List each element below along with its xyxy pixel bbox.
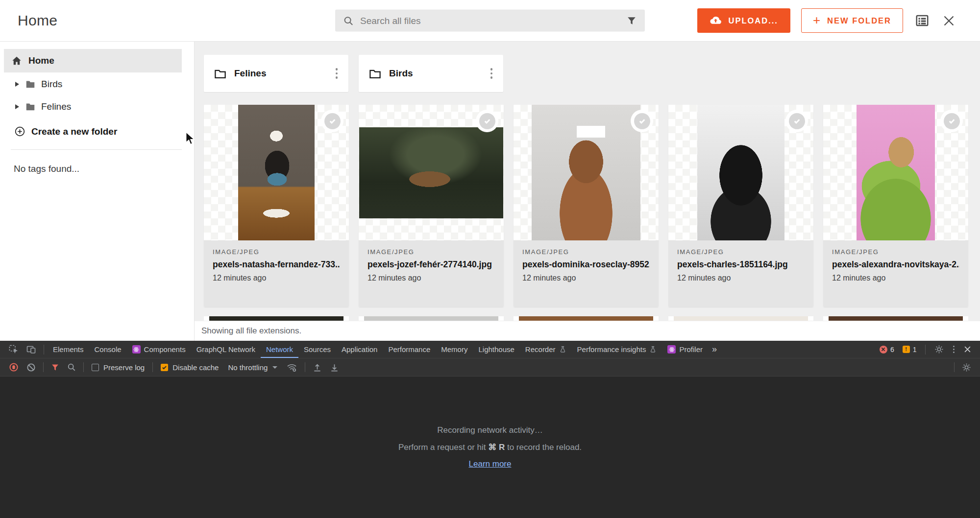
file-card-partial[interactable] [514, 316, 659, 321]
folder-card-felines[interactable]: Felines [204, 55, 348, 92]
network-search-icon[interactable] [63, 363, 80, 372]
select-checkbox[interactable] [940, 110, 963, 132]
folder-card-birds[interactable]: Birds [359, 55, 503, 92]
tab-performance[interactable]: Performance [383, 341, 436, 358]
folder-icon [25, 101, 36, 112]
file-thumbnail [514, 105, 659, 240]
file-card-partial[interactable] [204, 316, 349, 321]
tab-memory[interactable]: Memory [436, 341, 473, 358]
record-stop-icon[interactable] [5, 362, 23, 372]
disable-cache-checkbox[interactable]: Disable cache [156, 363, 223, 372]
caret-right-icon[interactable] [15, 104, 19, 109]
close-button[interactable] [941, 13, 956, 28]
search-input[interactable] [360, 15, 626, 26]
select-checkbox[interactable] [785, 110, 808, 132]
file-type: IMAGE/JPEG [213, 248, 340, 256]
top-bar: Home UPLOAD... + NEW FOLDER [0, 0, 980, 42]
select-checkbox[interactable] [631, 110, 653, 132]
file-card-partial[interactable] [359, 316, 504, 321]
inspect-element-icon[interactable] [5, 345, 23, 354]
divider [925, 345, 926, 354]
kebab-menu-icon[interactable] [488, 65, 496, 82]
react-icon [667, 345, 676, 353]
file-type: IMAGE/JPEG [832, 248, 959, 256]
tab-application[interactable]: Application [336, 341, 383, 358]
kebab-menu-icon[interactable] [333, 65, 341, 82]
file-time: 12 minutes ago [522, 274, 650, 283]
list-view-button[interactable] [914, 12, 931, 29]
network-filter-icon[interactable] [47, 363, 63, 372]
file-name: pexels-charles-1851164.jpg [677, 259, 805, 270]
check-icon [947, 117, 956, 126]
file-card[interactable]: IMAGE/JPEG pexels-dominika-roseclay-8952… [514, 105, 659, 307]
sidebar: Home Birds Felines Create a new folder N… [0, 42, 195, 341]
sidebar-item-felines[interactable]: Felines [0, 95, 194, 118]
clear-network-log-icon[interactable] [23, 363, 40, 372]
file-card-partial[interactable] [668, 316, 813, 321]
footer-text: Showing all file extensions. [201, 326, 301, 336]
tab-sources[interactable]: Sources [298, 341, 336, 358]
select-checkbox[interactable] [476, 110, 498, 132]
warning-badge[interactable]: ! 1 [899, 346, 920, 353]
file-time: 12 minutes ago [677, 274, 805, 283]
check-icon [637, 117, 647, 126]
tab-recorder[interactable]: Recorder [520, 341, 572, 358]
file-name: pexels-alexandra-novitskaya-2... [832, 259, 959, 270]
upload-cloud-icon [710, 15, 722, 27]
filter-icon[interactable] [626, 15, 637, 26]
tab-performance-insights[interactable]: Performance insights [572, 341, 662, 358]
caret-right-icon[interactable] [15, 82, 19, 87]
select-checkbox[interactable] [321, 110, 343, 132]
new-folder-button[interactable]: + NEW FOLDER [801, 8, 903, 33]
photo-dog-swimming [359, 127, 503, 218]
devtools-menu-icon[interactable] [949, 344, 959, 355]
sidebar-item-birds[interactable]: Birds [0, 73, 194, 95]
file-time: 12 minutes ago [368, 274, 495, 283]
home-icon [11, 55, 22, 66]
import-har-icon[interactable] [309, 363, 326, 372]
plus-icon: + [813, 14, 821, 26]
file-card[interactable]: IMAGE/JPEG pexels-alexandra-novitskaya-2… [823, 105, 968, 307]
search-bar[interactable] [335, 10, 645, 32]
device-toolbar-icon[interactable] [23, 345, 40, 354]
devtools-settings-gear-icon[interactable] [931, 345, 948, 354]
close-icon [942, 14, 956, 27]
create-new-folder-button[interactable]: Create a new folder [0, 126, 194, 137]
no-tags-text: No tags found... [14, 164, 194, 174]
search-icon [343, 15, 354, 26]
export-har-icon[interactable] [326, 363, 343, 372]
file-card[interactable]: IMAGE/JPEG pexels-charles-1851164.jpg 12… [668, 105, 813, 307]
network-conditions-icon[interactable] [282, 362, 301, 373]
sidebar-item-home[interactable]: Home [4, 49, 182, 72]
file-thumbnail [359, 105, 504, 240]
recording-hint-text: Perform a request or hit ⌘ R to record t… [398, 442, 582, 452]
file-thumbnail [823, 105, 968, 240]
tab-components[interactable]: Components [127, 341, 191, 358]
network-settings-gear-icon[interactable] [958, 363, 975, 372]
media-library: Felines Birds IMAGE/JPEG [195, 42, 980, 341]
file-card-partial[interactable] [823, 316, 968, 321]
content-area: Home Birds Felines Create a new folder N… [0, 42, 980, 341]
more-tabs-button[interactable]: » [708, 341, 721, 358]
devtools-close-icon[interactable] [960, 346, 975, 353]
tab-network[interactable]: Network [261, 341, 298, 358]
page-title: Home [18, 12, 57, 29]
error-badge[interactable]: 6 [876, 346, 898, 353]
preserve-log-checkbox[interactable]: Preserve log [87, 363, 149, 372]
photo-dog-green-coat [857, 105, 935, 240]
upload-button[interactable]: UPLOAD... [697, 8, 790, 33]
tab-elements[interactable]: Elements [48, 341, 89, 358]
folder-icon [214, 67, 227, 80]
throttling-dropdown[interactable]: No throttling [223, 363, 282, 372]
file-card[interactable]: IMAGE/JPEG pexels-natasha-fernandez-733.… [204, 105, 349, 307]
devtools-panel: Elements Console Components GraphQL Netw… [0, 341, 980, 518]
tab-profiler[interactable]: Profiler [662, 341, 708, 358]
tab-lighthouse[interactable]: Lighthouse [473, 341, 519, 358]
learn-more-link[interactable]: Learn more [469, 459, 512, 469]
tab-console[interactable]: Console [89, 341, 127, 358]
tab-graphql-network[interactable]: GraphQL Network [191, 341, 261, 358]
keyboard-shortcut: ⌘ R [488, 443, 505, 452]
file-card[interactable]: IMAGE/JPEG pexels-jozef-fehér-2774140.jp… [359, 105, 504, 307]
react-icon [132, 345, 141, 353]
devtools-tab-bar: Elements Console Components GraphQL Netw… [0, 341, 980, 358]
